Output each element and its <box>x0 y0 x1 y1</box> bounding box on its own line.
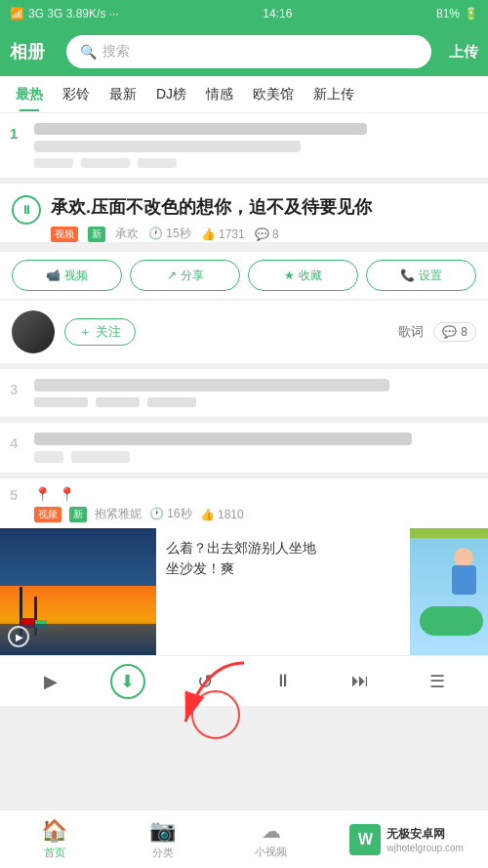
short-video-label: 小视频 <box>255 845 287 859</box>
watermark-name: 无极安卓网 <box>386 826 463 843</box>
play-button[interactable]: ▶ <box>33 664 68 699</box>
new-tag: 新 <box>69 507 87 522</box>
collect-label: 收藏 <box>299 268 322 284</box>
upload-button[interactable]: 上传 <box>439 43 478 62</box>
forward-button[interactable]: ↺ <box>187 664 223 699</box>
rank-number: 4 <box>10 434 18 451</box>
artist-left: ＋ 关注 <box>12 310 136 353</box>
blurred-meta <box>34 451 478 463</box>
tab-hot[interactable]: 最热 <box>6 78 53 111</box>
video-tag: 视频 <box>34 507 61 522</box>
featured-meta: 视频 新 承欢 🕐 15秒 👍 1731 💬 8 <box>12 226 476 242</box>
player-controls: ▶ ⬇ ↺ ⏸ ⏭ ☰ <box>0 655 488 706</box>
video-button[interactable]: 📹 视频 <box>12 260 122 291</box>
featured-item: ⏸ 承欢.压面不改色的想你，迫不及待要见你 视频 新 承欢 🕐 15秒 👍 17… <box>0 184 488 242</box>
chat-icon: 💬 <box>442 325 457 339</box>
status-time: 14:16 <box>263 7 292 21</box>
blurred-title <box>34 123 367 135</box>
collect-button[interactable]: ★ 收藏 <box>248 260 358 291</box>
rank-number: 3 <box>10 381 18 397</box>
avatar <box>12 310 55 353</box>
battery-icon: 🔋 <box>464 7 478 21</box>
content-area: 1 ⏸ 承欢.压面不改色的想你，迫不及待要见你 视频 新 承欢 🕐 15秒 👍 … <box>0 113 488 809</box>
featured-song-title: ⏸ 承欢.压面不改色的想你，迫不及待要见你 <box>12 195 476 220</box>
video-icon: 📹 <box>46 269 61 282</box>
battery-level: 81% <box>436 7 460 21</box>
watermark-text: 无极安卓网 wjhotelgroup.com <box>386 826 463 853</box>
app-title: 相册 <box>10 40 59 63</box>
list-item-5: 5 📍 📍 视频 新 抱紧雅妮 🕐 16秒 👍 1810 <box>0 478 488 655</box>
nav-short-video[interactable]: ☁ 小视频 <box>217 810 325 868</box>
video-description-2: 坐沙发！爽 <box>166 558 400 579</box>
artist-row: ＋ 关注 歌词 💬 8 <box>0 301 488 363</box>
watermark-area: W 无极安卓网 wjhotelgroup.com <box>325 810 488 868</box>
item5-header: 5 📍 📍 视频 新 抱紧雅妮 🕐 16秒 👍 1810 <box>0 478 488 528</box>
duration: 🕐 15秒 <box>148 226 191 242</box>
pin-icon: 📍 <box>34 486 51 502</box>
list-item: 1 <box>0 113 488 178</box>
status-bar: 📶 3G 3G 3.89K/s ··· 14:16 81% 🔋 <box>0 0 488 27</box>
blurred-meta <box>34 397 478 407</box>
nav-home[interactable]: 🏠 首页 <box>0 810 108 868</box>
rank-number: 5 <box>10 486 18 503</box>
blurred-meta <box>34 158 478 168</box>
tab-newupload[interactable]: 新上传 <box>304 78 364 111</box>
item5-tags: 📍 📍 <box>34 486 478 502</box>
share-button[interactable]: ↗ 分享 <box>130 260 240 291</box>
signal-icon: 📶 <box>10 7 24 21</box>
lyric-icon-badge[interactable]: 💬 8 <box>433 322 476 342</box>
home-icon: 🏠 <box>41 818 67 844</box>
video-description: 么着？出去郊游别人坐地 <box>166 538 400 558</box>
blurred-subtitle <box>34 141 301 152</box>
top-bar: 相册 🔍 搜索 上传 <box>0 27 488 76</box>
home-label: 首页 <box>44 846 65 860</box>
play-count: 👍 1731 <box>201 227 245 241</box>
pause-button[interactable]: ⏸ <box>265 664 301 699</box>
list-item: 3 <box>0 369 488 417</box>
video-text: 么着？出去郊游别人坐地 坐沙发！爽 <box>156 528 410 655</box>
download-button[interactable]: ⬇ <box>110 664 145 699</box>
search-placeholder: 搜索 <box>102 43 130 61</box>
search-icon: 🔍 <box>80 44 97 60</box>
video-label: 视频 <box>64 268 88 284</box>
video-thumbnail-right <box>410 528 488 655</box>
comment-count: 💬 8 <box>255 227 279 241</box>
star-icon: ★ <box>284 269 295 282</box>
follow-button[interactable]: ＋ 关注 <box>64 318 136 346</box>
next-button[interactable]: ⏭ <box>343 664 378 699</box>
blurred-title <box>34 433 412 445</box>
tab-emotion[interactable]: 情感 <box>196 78 243 111</box>
share-icon: ↗ <box>167 269 177 282</box>
search-box[interactable]: 🔍 搜索 <box>66 35 431 68</box>
status-left: 📶 3G 3G 3.89K/s ··· <box>10 7 119 21</box>
playlist-button[interactable]: ☰ <box>420 664 455 699</box>
category-tabs: 最热 彩铃 最新 DJ榜 情感 欧美馆 新上传 <box>0 76 488 113</box>
network-speed: 3G 3G 3.89K/s ··· <box>28 7 119 21</box>
video-tag: 视频 <box>51 227 78 242</box>
short-video-icon: ☁ <box>262 819 281 843</box>
video-thumbnail-left: ▶ <box>0 528 156 655</box>
pin-icon-2: 📍 <box>59 486 75 502</box>
action-buttons-row: 📹 视频 ↗ 分享 ★ 收藏 📞 设置 <box>0 252 488 299</box>
lyric-label: 歌词 <box>398 323 424 341</box>
watermark-content: W 无极安卓网 wjhotelgroup.com <box>349 824 463 855</box>
artist-right: 歌词 💬 8 <box>398 322 476 342</box>
duration: 🕐 16秒 <box>149 506 192 522</box>
lyric-count: 8 <box>461 325 468 339</box>
tab-dj[interactable]: DJ榜 <box>146 78 196 111</box>
category-icon: 📷 <box>149 818 176 844</box>
status-right: 81% 🔋 <box>436 7 478 21</box>
tab-western[interactable]: 欧美馆 <box>243 78 304 111</box>
play-pause-button[interactable]: ⏸ <box>12 195 41 225</box>
artist-name: 抱紧雅妮 <box>95 506 142 522</box>
category-label: 分类 <box>152 846 174 860</box>
blurred-title <box>34 379 389 392</box>
watermark-logo: W <box>349 824 381 855</box>
share-label: 分享 <box>181 268 204 284</box>
list-item: 4 <box>0 423 488 473</box>
tab-ringtone[interactable]: 彩铃 <box>53 78 100 111</box>
bottom-navigation: 🏠 首页 📷 分类 ☁ 小视频 W 无极安卓网 wjhotelgroup.com <box>0 809 488 868</box>
nav-category[interactable]: 📷 分类 <box>108 810 217 868</box>
settings-button[interactable]: 📞 设置 <box>366 260 476 291</box>
tab-new[interactable]: 最新 <box>100 78 146 111</box>
